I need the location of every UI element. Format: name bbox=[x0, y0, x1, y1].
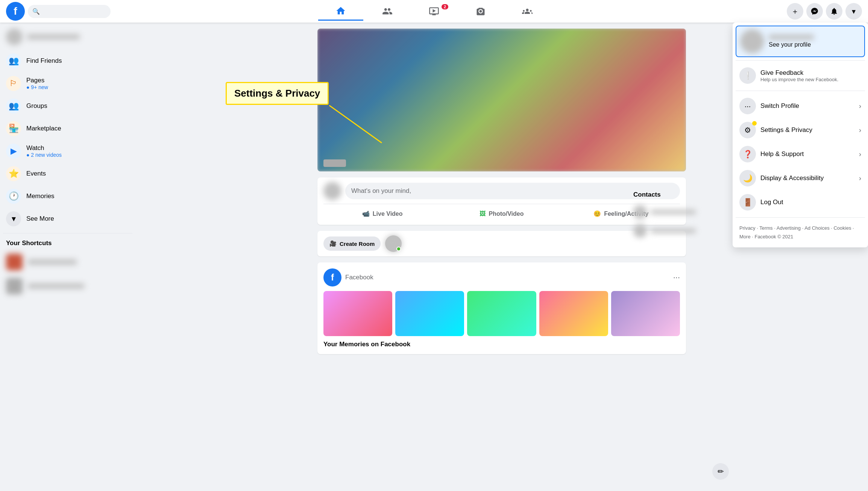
contact-item-1[interactable] bbox=[630, 203, 722, 221]
memories-label: Memories bbox=[26, 192, 55, 200]
memory-img-5 bbox=[611, 291, 680, 336]
sidebar-user-profile[interactable] bbox=[3, 26, 132, 48]
annotation-box: Settings & Privacy bbox=[226, 82, 329, 105]
see-more-label: See More bbox=[26, 215, 54, 223]
sidebar-shortcut-1[interactable] bbox=[3, 250, 132, 274]
cover-bottom bbox=[317, 155, 686, 171]
menu-profile-avatar bbox=[740, 29, 764, 53]
search-box[interactable]: 🔍 bbox=[28, 5, 111, 18]
facebook-logo[interactable]: f bbox=[6, 2, 25, 21]
menu-give-feedback[interactable]: ❕ Give Feedback Help us improve the new … bbox=[736, 64, 865, 88]
memories-card: f Facebook ··· Your Memories on Facebook bbox=[317, 262, 686, 354]
live-video-button[interactable]: 📹 Live Video bbox=[323, 207, 441, 220]
nav-center: 2 bbox=[126, 2, 742, 21]
nav-tab-groups[interactable] bbox=[505, 2, 550, 21]
menu-divider-3 bbox=[736, 217, 865, 218]
post-avatar bbox=[323, 182, 341, 200]
nav-left: f 🔍 bbox=[6, 2, 126, 21]
edit-icon-button[interactable]: ✏ bbox=[712, 463, 729, 480]
sidebar-item-marketplace[interactable]: 🏪 Marketplace bbox=[3, 117, 132, 140]
create-room-label: Create Room bbox=[340, 241, 375, 247]
display-accessibility-icon: 🌙 bbox=[739, 170, 756, 186]
menu-display-accessibility[interactable]: 🌙 Display & Accessibility › bbox=[736, 166, 865, 190]
switch-profile-label: Switch Profile bbox=[760, 102, 854, 110]
account-menu-button[interactable]: ▾ bbox=[845, 3, 862, 20]
switch-profile-icon: ··· bbox=[739, 98, 756, 114]
events-label: Events bbox=[26, 170, 46, 177]
find-friends-icon: 👥 bbox=[6, 53, 21, 68]
shortcuts-title: Your Shortcuts bbox=[3, 236, 132, 250]
photo-video-label: Photo/Video bbox=[489, 211, 524, 217]
contact-item-2[interactable] bbox=[630, 222, 722, 240]
search-icon: 🔍 bbox=[32, 8, 40, 15]
give-feedback-label: Give Feedback bbox=[760, 69, 861, 77]
give-feedback-sub: Help us improve the new Facebook. bbox=[760, 77, 861, 82]
give-feedback-icon: ❕ bbox=[739, 67, 756, 84]
sidebar-item-events[interactable]: ⭐ Events bbox=[3, 162, 132, 185]
live-video-label: Live Video bbox=[373, 211, 403, 217]
sidebar-divider bbox=[3, 233, 132, 233]
sidebar-item-watch[interactable]: ▶ Watch ● 2 new videos bbox=[3, 140, 132, 162]
menu-settings-privacy[interactable]: ⚙ Settings & Privacy › bbox=[736, 118, 865, 142]
menu-switch-profile[interactable]: ··· Switch Profile › bbox=[736, 94, 865, 118]
memories-title: Your Memories on Facebook bbox=[323, 341, 680, 348]
groups-icon: 👥 bbox=[6, 99, 21, 114]
menu-divider-2 bbox=[736, 91, 865, 91]
notifications-button[interactable] bbox=[826, 3, 842, 20]
room-avatar[interactable] bbox=[385, 235, 402, 252]
memory-img-1 bbox=[323, 291, 392, 336]
messenger-button[interactable] bbox=[806, 3, 823, 20]
memories-icon: 🕐 bbox=[6, 189, 21, 204]
help-support-icon: ❓ bbox=[739, 146, 756, 162]
see-more-icon: ▾ bbox=[6, 211, 21, 226]
photo-video-icon: 🖼 bbox=[480, 211, 486, 217]
marketplace-icon: 🏪 bbox=[6, 121, 21, 136]
watch-sub: ● 2 new videos bbox=[26, 152, 62, 158]
logout-label: Log Out bbox=[760, 199, 861, 206]
sidebar-item-see-more[interactable]: ▾ See More bbox=[3, 208, 132, 230]
create-room-button[interactable]: 🎥 Create Room bbox=[323, 236, 381, 251]
contact-name-1 bbox=[651, 210, 696, 214]
sidebar-item-memories[interactable]: 🕐 Memories bbox=[3, 185, 132, 208]
memories-subtitle: Facebook bbox=[345, 274, 669, 281]
memory-img-4 bbox=[539, 291, 608, 336]
help-support-label: Help & Support bbox=[760, 150, 854, 158]
menu-footer: Privacy · Terms · Advertising · Ad Choic… bbox=[736, 221, 865, 244]
settings-privacy-icon: ⚙ bbox=[739, 122, 756, 138]
photo-video-button[interactable]: 🖼 Photo/Video bbox=[443, 207, 560, 220]
sidebar-item-pages[interactable]: 🏳 Pages ● 9+ new bbox=[3, 72, 132, 95]
contact-avatar-2 bbox=[633, 224, 647, 238]
nav-tab-marketplace[interactable] bbox=[458, 2, 503, 21]
menu-profile-item[interactable]: See your profile bbox=[736, 26, 865, 57]
find-friends-label: Find Friends bbox=[26, 57, 62, 65]
add-button[interactable]: ＋ bbox=[787, 3, 803, 20]
pages-sub: ● 9+ new bbox=[26, 84, 48, 90]
room-avatar-online-dot bbox=[396, 247, 401, 251]
marketplace-label: Marketplace bbox=[26, 125, 61, 132]
pages-label: Pages bbox=[26, 77, 48, 84]
menu-logout[interactable]: 🚪 Log Out bbox=[736, 190, 865, 214]
post-actions: 📹 Live Video 🖼 Photo/Video 😊 Feeling/Act… bbox=[323, 207, 680, 220]
sidebar-shortcut-2[interactable] bbox=[3, 274, 132, 298]
memories-fb-icon: f bbox=[323, 268, 341, 286]
logout-icon: 🚪 bbox=[739, 194, 756, 211]
switch-profile-chevron: › bbox=[859, 102, 861, 110]
menu-divider-1 bbox=[736, 60, 865, 61]
live-video-icon: 📹 bbox=[362, 210, 370, 217]
nav-tab-home[interactable] bbox=[318, 2, 363, 21]
menu-profile-name bbox=[769, 35, 814, 40]
nav-right: ＋ ▾ bbox=[742, 3, 862, 20]
nav-tab-friends[interactable] bbox=[365, 2, 410, 21]
left-sidebar: 👥 Find Friends 🏳 Pages ● 9+ new 👥 Groups… bbox=[0, 23, 135, 491]
settings-privacy-label: Settings & Privacy bbox=[760, 126, 854, 134]
contacts-title: Contacts bbox=[630, 191, 722, 199]
nav-tab-watch[interactable]: 2 bbox=[411, 2, 457, 21]
post-divider bbox=[323, 204, 680, 204]
see-profile-label: See your profile bbox=[769, 41, 814, 48]
svg-line-0 bbox=[329, 105, 382, 143]
sidebar-item-groups[interactable]: 👥 Groups bbox=[3, 95, 132, 117]
menu-help-support[interactable]: ❓ Help & Support › bbox=[736, 142, 865, 166]
memories-more-button[interactable]: ··· bbox=[673, 273, 680, 282]
shortcut-1-icon bbox=[6, 254, 23, 270]
sidebar-item-find-friends[interactable]: 👥 Find Friends bbox=[3, 50, 132, 72]
